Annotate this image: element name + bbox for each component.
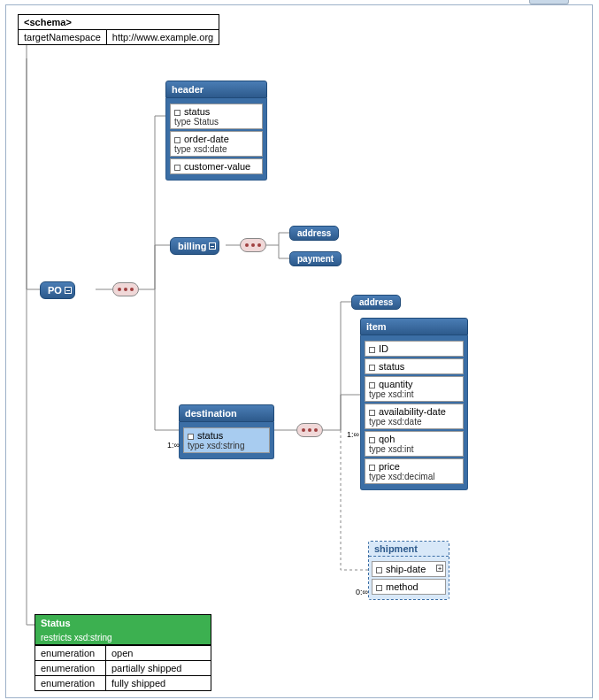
status-restricts: restricts xsd:string (35, 631, 211, 645)
destination-node[interactable]: destination statustype xsd:string (179, 404, 274, 459)
item-attr-status[interactable]: status (365, 358, 464, 374)
connector-lines (6, 5, 594, 699)
header-attr-customer-value[interactable]: customer-value (170, 158, 263, 174)
po-element[interactable]: PO (40, 281, 75, 299)
billing-payment[interactable]: payment (289, 251, 342, 266)
destination-address[interactable]: address (351, 295, 401, 310)
schema-tag: <schema> (19, 15, 219, 30)
item-node[interactable]: item ID status quantitytype xsd:int avai… (360, 318, 468, 490)
header-node[interactable]: header statustype Status order-datetype … (165, 81, 267, 181)
schema-box: <schema> targetNamespace http://www.exam… (18, 14, 219, 45)
shipment-attr-method[interactable]: method (372, 579, 446, 595)
status-type-box[interactable]: Status restricts xsd:string enumerationo… (35, 614, 211, 691)
billing-address[interactable]: address (289, 226, 339, 241)
status-row-2: enumerationfully shipped (35, 675, 211, 690)
item-attr-id[interactable]: ID (365, 341, 464, 357)
status-row-0: enumerationopen (35, 645, 211, 660)
sequence-billing[interactable] (240, 238, 266, 252)
shipment-attr-ship-date[interactable]: ship-date+ (372, 561, 446, 577)
item-title: item (360, 318, 468, 335)
schema-ns-label: targetNamespace (19, 30, 107, 44)
shipment-title: shipment (369, 542, 449, 557)
sequence-po[interactable] (112, 282, 139, 296)
header-attr-status[interactable]: statustype Status (170, 104, 263, 129)
item-attr-price[interactable]: pricetype xsd:decimal (365, 458, 464, 484)
collapse-icon[interactable] (65, 287, 72, 294)
item-attr-quantity[interactable]: quantitytype xsd:int (365, 376, 464, 402)
item-attr-qoh[interactable]: qohtype xsd:int (365, 431, 464, 457)
status-title: Status (35, 615, 211, 631)
shipment-node[interactable]: shipment ship-date+ method (368, 541, 449, 600)
expand-icon[interactable]: + (436, 565, 443, 572)
billing-label: billing (178, 241, 206, 251)
collapse-icon[interactable] (209, 242, 216, 250)
header-attr-order-date[interactable]: order-datetype xsd:date (170, 131, 263, 157)
item-cardinality: 1:∞ (347, 430, 359, 439)
status-row-1: enumerationpartially shipped (35, 660, 211, 675)
destination-cardinality: 1:∞ (167, 441, 180, 450)
sequence-destination[interactable] (296, 423, 323, 437)
destination-title: destination (179, 404, 274, 422)
billing-element[interactable]: billing (170, 237, 219, 255)
po-label: PO (48, 285, 62, 296)
shipment-cardinality: 0:∞ (356, 588, 368, 596)
schema-ns-value: http://www.example.org (107, 30, 219, 44)
header-title: header (165, 81, 267, 98)
destination-attr-status[interactable]: statustype xsd:string (183, 427, 270, 453)
diagram-canvas: <schema> targetNamespace http://www.exam… (5, 4, 593, 698)
item-attr-availability-date[interactable]: availability-datetype xsd:date (365, 404, 464, 429)
